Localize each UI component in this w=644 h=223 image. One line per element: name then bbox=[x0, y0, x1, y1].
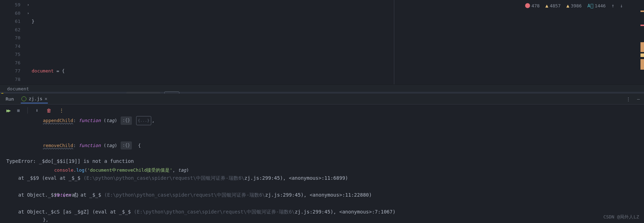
code-editor[interactable]: } document = { 💡 createElement: function… bbox=[32, 0, 644, 84]
run-toolwindow-tabs: Run zj.js ✕ ⋮ — bbox=[0, 94, 644, 104]
more-icon[interactable]: ⋮ bbox=[626, 96, 631, 102]
editor-pane: 478 ▲4857 ▲3986 Aͮ1446 ↑ ↓ 59 60 61 62 7… bbox=[0, 0, 644, 84]
run-label[interactable]: Run bbox=[4, 96, 16, 102]
line-gutter: 59 60 61 62 70 74 75 76 77 78 bbox=[0, 0, 25, 84]
fold-toggle[interactable]: › bbox=[25, 9, 32, 18]
fold-toggle[interactable]: › bbox=[25, 1, 32, 9]
stop-icon[interactable]: ■ bbox=[17, 108, 20, 113]
watermark: CSDN @局外人LZ bbox=[603, 214, 639, 220]
fold-column: › › bbox=[25, 0, 32, 84]
minimap[interactable] bbox=[638, 0, 644, 84]
js-file-icon bbox=[21, 96, 26, 101]
fold-marker[interactable]: {...} bbox=[136, 116, 151, 125]
minimize-icon[interactable]: — bbox=[637, 96, 640, 102]
rerun-icon[interactable]: ▶▶ bbox=[6, 108, 9, 113]
close-tab-icon[interactable]: ✕ bbox=[45, 96, 47, 101]
run-tab[interactable]: zj.js ✕ bbox=[21, 94, 48, 103]
